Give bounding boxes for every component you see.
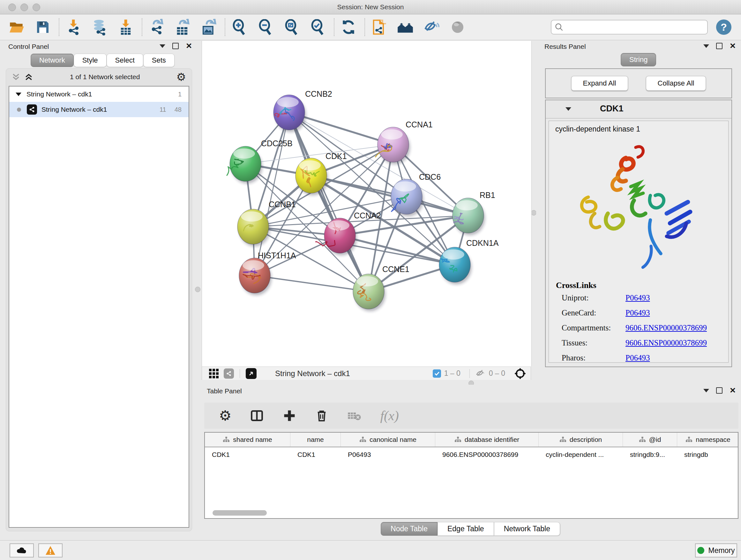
- crosslink-link[interactable]: P06493: [625, 354, 650, 362]
- open-session-icon[interactable]: [8, 19, 25, 36]
- column-header[interactable]: database identifier: [435, 433, 539, 447]
- zoom-selected-icon[interactable]: [310, 19, 326, 36]
- column-header[interactable]: @id: [623, 433, 677, 447]
- memory-button[interactable]: Memory: [695, 543, 737, 557]
- table-options-gear-icon[interactable]: ⚙: [219, 409, 231, 423]
- network-edge[interactable]: [255, 275, 368, 292]
- network-node[interactable]: CDK1: [295, 152, 347, 195]
- column-header[interactable]: canonical name: [341, 433, 435, 447]
- network-graph[interactable]: CCNB2CCNA1CDC25BCDK1CDC6RB1CCNB1CCNA2CDK…: [202, 41, 531, 367]
- column-header[interactable]: name: [290, 433, 341, 447]
- birds-eye-view-icon[interactable]: [209, 369, 219, 378]
- network-edge[interactable]: [311, 176, 468, 215]
- network-node[interactable]: CDKN1A: [439, 239, 499, 285]
- panel-menu-icon[interactable]: [703, 44, 709, 48]
- tab-network-table[interactable]: Network Table: [494, 522, 560, 536]
- table-cell[interactable]: stringdb: [677, 447, 738, 462]
- close-panel-icon[interactable]: ✕: [730, 387, 736, 394]
- node-label: CDC25B: [261, 139, 293, 148]
- show-all-icon[interactable]: [449, 19, 466, 36]
- new-network-from-selection-icon[interactable]: [371, 19, 387, 36]
- network-node[interactable]: HIST1H1A: [239, 251, 296, 295]
- float-panel-icon[interactable]: [172, 43, 179, 49]
- left-splitter-handle[interactable]: [195, 287, 200, 292]
- export-network-icon[interactable]: [148, 19, 165, 36]
- table-cell[interactable]: 9606.ENSP00000378699: [435, 447, 539, 462]
- delete-column-icon[interactable]: [315, 409, 328, 422]
- export-table-icon[interactable]: [174, 19, 191, 36]
- crosslink-link[interactable]: 9606.ENSP00000378699: [625, 323, 707, 332]
- network-node[interactable]: CDC6: [391, 172, 441, 216]
- close-panel-icon[interactable]: ✕: [730, 43, 736, 49]
- horizontal-scrollbar[interactable]: [212, 510, 267, 516]
- column-header[interactable]: shared name: [205, 433, 290, 447]
- network-node[interactable]: CDC25B: [227, 139, 293, 184]
- network-edge[interactable]: [289, 112, 368, 292]
- entry-description: cyclin-dependent kinase 1: [549, 121, 728, 133]
- fit-content-crosshair-icon[interactable]: [514, 368, 526, 380]
- crosslink-link[interactable]: P06493: [625, 308, 650, 317]
- entry-header[interactable]: CDK1: [546, 100, 731, 118]
- crosslink-label: Pharos:: [556, 354, 625, 362]
- table-cell[interactable]: stringdb:9...: [623, 447, 677, 462]
- search-input[interactable]: [551, 20, 708, 35]
- network-canvas[interactable]: CCNB2CCNA1CDC25BCDK1CDC6RB1CCNB1CCNA2CDK…: [202, 41, 532, 367]
- collection-expand-icon[interactable]: [16, 92, 21, 96]
- network-share-icon[interactable]: [224, 368, 234, 379]
- network-node[interactable]: RB1: [453, 191, 495, 235]
- hide-selected-icon[interactable]: [423, 19, 440, 36]
- main-toolbar: ?: [0, 14, 741, 40]
- zoom-in-icon[interactable]: [231, 19, 248, 36]
- panel-menu-icon[interactable]: [703, 389, 709, 392]
- float-panel-icon[interactable]: [716, 43, 723, 49]
- tab-network[interactable]: Network: [30, 54, 74, 67]
- tab-sets[interactable]: Sets: [143, 54, 175, 67]
- collapse-all-button[interactable]: Collapse All: [646, 76, 706, 91]
- cloud-status-button[interactable]: [10, 543, 34, 557]
- tab-select[interactable]: Select: [107, 54, 143, 67]
- import-network-icon[interactable]: [65, 19, 82, 36]
- network-node[interactable]: CCNA1: [375, 120, 432, 165]
- save-session-icon[interactable]: [35, 19, 51, 36]
- network-options-gear-icon[interactable]: ⚙: [177, 70, 186, 84]
- table-row[interactable]: CDK1CDK1P064939606.ENSP00000378699cyclin…: [205, 447, 738, 462]
- table-cell[interactable]: cyclin-dependent ...: [539, 447, 623, 462]
- close-panel-icon[interactable]: ✕: [186, 43, 192, 49]
- import-network-from-database-icon[interactable]: [91, 19, 108, 36]
- column-header[interactable]: description: [539, 433, 623, 447]
- entry-collapse-icon[interactable]: [565, 107, 571, 111]
- table-cell[interactable]: P06493: [341, 447, 435, 462]
- collapse-all-icon[interactable]: [11, 72, 21, 82]
- panel-menu-icon[interactable]: [159, 44, 165, 48]
- export-image-icon[interactable]: [200, 19, 217, 36]
- selected-checkbox-icon[interactable]: [433, 369, 441, 378]
- tab-edge-table[interactable]: Edge Table: [437, 522, 494, 536]
- expand-all-button[interactable]: Expand All: [571, 76, 628, 91]
- expand-all-icon[interactable]: [24, 72, 33, 82]
- show-columns-icon[interactable]: [250, 409, 264, 423]
- network-node[interactable]: CCNB1: [238, 200, 296, 246]
- refresh-layout-icon[interactable]: [340, 19, 357, 36]
- import-table-icon[interactable]: [118, 19, 134, 36]
- column-header[interactable]: namespace: [677, 433, 738, 447]
- right-splitter-handle[interactable]: [531, 210, 536, 215]
- crosslink-link[interactable]: 9606.ENSP00000378699: [625, 338, 707, 348]
- tab-string[interactable]: String: [621, 53, 656, 66]
- tab-style[interactable]: Style: [74, 54, 107, 67]
- network-row-selected[interactable]: String Network – cdk1 11 48: [9, 102, 189, 117]
- warnings-button[interactable]: [38, 543, 63, 557]
- table-cell[interactable]: CDK1: [205, 447, 290, 462]
- table-cell[interactable]: CDK1: [290, 447, 341, 462]
- network-collection-row[interactable]: String Network – cdk1 1: [9, 86, 189, 102]
- zoom-out-icon[interactable]: [257, 19, 274, 36]
- network-node[interactable]: CCNE1: [353, 265, 409, 311]
- network-node[interactable]: CCNB2: [273, 89, 332, 132]
- float-panel-icon[interactable]: [716, 387, 723, 394]
- tab-node-table[interactable]: Node Table: [381, 522, 437, 536]
- add-column-icon[interactable]: [282, 409, 296, 423]
- help-icon[interactable]: ?: [716, 19, 731, 35]
- open-in-window-icon[interactable]: [246, 368, 257, 379]
- first-neighbors-icon[interactable]: [397, 19, 414, 36]
- crosslink-link[interactable]: P06493: [625, 294, 650, 302]
- zoom-fit-icon[interactable]: [283, 19, 300, 36]
